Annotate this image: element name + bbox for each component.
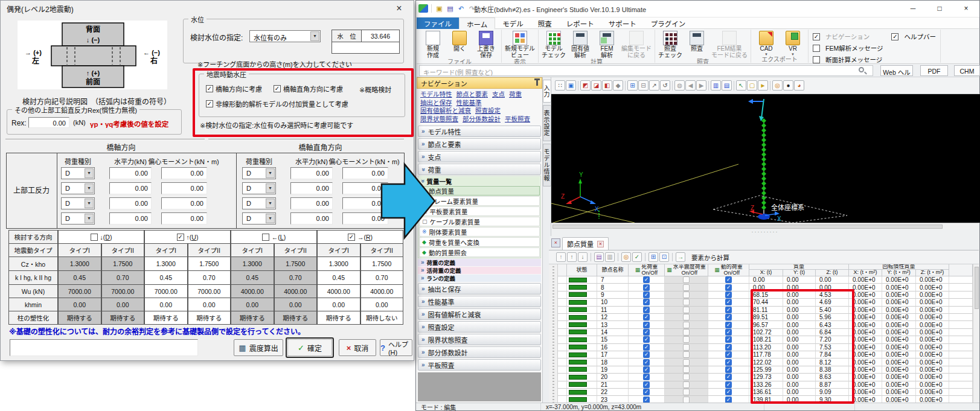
checkbox-icon[interactable] xyxy=(91,234,98,241)
view-cube-top-icon[interactable]: ◪ xyxy=(591,80,601,91)
hydro-mass-checkbox[interactable]: 非線形動的解析モデルの付加質量として考慮 xyxy=(206,99,348,109)
rotation-inertia-value[interactable]: 0.00E+0 xyxy=(882,396,916,403)
rotation-inertia-value[interactable]: 0.00E+0 xyxy=(916,329,949,336)
nav-link-固有値解析と減衰[interactable]: 固有値解析と減衰 xyxy=(420,107,471,115)
rotation-inertia-value[interactable]: 0.00E+0 xyxy=(882,276,916,284)
node-number[interactable]: 22 xyxy=(597,389,629,396)
grid-cell-dead[interactable]: ✓ xyxy=(629,381,665,389)
node-number[interactable]: 8 xyxy=(597,284,629,291)
checkbox-checked-icon[interactable]: ✓ xyxy=(725,322,732,328)
mass-y-value[interactable]: 0.00 xyxy=(783,358,816,366)
mass-z-value[interactable]: 0.00 xyxy=(816,276,849,284)
nav-link-モデル特性[interactable]: モデル特性 xyxy=(420,91,452,99)
rotation-inertia-value[interactable]: 0.00E+0 xyxy=(916,321,949,328)
node-number[interactable]: 10 xyxy=(597,299,629,306)
grid-header-handle[interactable] xyxy=(558,264,567,276)
grid-cell-dead[interactable]: ✓ xyxy=(629,396,665,403)
grid-cell-dead[interactable]: ✓ xyxy=(629,389,665,396)
grid-cell-state[interactable] xyxy=(567,381,597,389)
grid-cell-state[interactable] xyxy=(567,374,597,381)
nav-section-固有値解析と減衰[interactable]: »固有値解析と減衰 xyxy=(418,308,541,320)
rotation-inertia-value[interactable]: 0.00E+0 xyxy=(849,366,882,374)
rotation-inertia-value[interactable]: 0.00E+0 xyxy=(916,396,949,403)
checkbox-icon[interactable] xyxy=(891,33,898,40)
chevron-down-icon[interactable]: ▼ xyxy=(85,199,94,208)
grid-cell-horiz[interactable] xyxy=(665,389,708,396)
range-select-icon[interactable]: ▢ xyxy=(747,80,757,91)
rotation-inertia-value[interactable]: 0.00E+0 xyxy=(882,344,916,351)
checkbox-checked-icon[interactable]: ✓ xyxy=(643,381,650,388)
rotation-inertia-value[interactable]: 0.00E+0 xyxy=(916,336,949,343)
ribbon-tab-1[interactable]: ホーム xyxy=(459,18,495,29)
grid-header-state[interactable]: 状態 xyxy=(567,264,597,276)
seismic-value-cell[interactable]: 0.00 xyxy=(360,298,404,311)
eccentric-moment-input[interactable]: 0.00 xyxy=(161,167,207,179)
grid-cell-handle[interactable] xyxy=(558,374,567,381)
checkbox-unchecked-icon[interactable] xyxy=(683,292,690,298)
grid-cell-horiz[interactable] xyxy=(665,321,708,328)
ribbon-button[interactable]: FEM 解析 xyxy=(594,30,620,59)
mass-y-value[interactable]: 0.00 xyxy=(783,284,816,291)
rotation-inertia-value[interactable]: 0.00E+0 xyxy=(882,374,916,381)
seismic-value-cell[interactable]: 期待する xyxy=(144,311,188,325)
pick-element-icon[interactable]: ↖ xyxy=(736,80,746,91)
grid-cell-dead[interactable]: ✓ xyxy=(629,314,665,321)
rotation-inertia-value[interactable]: 0.00E+0 xyxy=(849,389,882,396)
seismic-value-cell[interactable]: 0.70 xyxy=(274,270,318,285)
grid-cell-fill[interactable] xyxy=(949,336,973,343)
grid-cell-handle[interactable] xyxy=(558,366,567,374)
rotation-inertia-value[interactable]: 0.00E+0 xyxy=(882,329,916,336)
checkbox-checked-icon[interactable]: ✓ xyxy=(725,329,732,336)
water-level-value[interactable]: 33.646 xyxy=(361,30,400,42)
seismic-value-cell[interactable]: 4000.00 xyxy=(231,284,274,298)
grid-cell-horiz[interactable] xyxy=(665,284,708,291)
grid-cell-dyn[interactable]: ✓ xyxy=(708,344,749,351)
grid-header-horiz[interactable]: ▦水平震度荷重 On/Off xyxy=(665,264,708,276)
grid-cell-state[interactable] xyxy=(567,314,597,321)
seismic-value-cell[interactable]: 1.3000 xyxy=(58,256,101,271)
grid-cell-dead[interactable]: ✓ xyxy=(629,336,665,343)
seismic-value-cell[interactable]: 7000.00 xyxy=(58,284,101,298)
panel-close-icon[interactable]: × xyxy=(551,238,560,247)
mass-x-value[interactable]: 117.78 xyxy=(749,351,783,358)
rotation-inertia-value[interactable]: 0.00E+0 xyxy=(916,344,949,351)
ribbon-button[interactable]: 照査 チェック xyxy=(657,30,684,59)
snapshot-icon[interactable]: ● xyxy=(783,80,793,91)
ribbon-button[interactable]: 編集モード に戻る xyxy=(620,30,653,59)
mass-x-value[interactable]: 125.99 xyxy=(749,366,783,374)
nav-section-性能基準[interactable]: »性能基準 xyxy=(418,296,541,307)
checkbox-unchecked-icon[interactable] xyxy=(683,284,690,291)
rotation-inertia-value[interactable]: 0.00E+0 xyxy=(849,344,882,351)
seismic-value-cell[interactable]: 1.7500 xyxy=(274,256,318,271)
select-points-icon[interactable]: ∷ xyxy=(555,80,565,91)
seismic-value-cell[interactable]: 7000.00 xyxy=(144,284,188,298)
view-cube-front-icon[interactable]: ◩ xyxy=(580,80,591,91)
search-view-icon[interactable]: ◎ xyxy=(772,80,783,91)
rotation-inertia-value[interactable]: 0.00E+0 xyxy=(916,374,949,381)
mass-z-value[interactable]: 7.53 xyxy=(816,344,849,351)
grid-cell-fill[interactable] xyxy=(949,396,973,403)
zoom-out-icon[interactable]: ⊟ xyxy=(638,80,649,91)
node-number[interactable]: 17 xyxy=(597,351,629,358)
checkbox-icon[interactable] xyxy=(274,85,281,92)
grid-cell-dyn[interactable]: ✓ xyxy=(708,321,749,328)
mass-y-value[interactable]: 0.00 xyxy=(783,336,816,343)
new-window-icon[interactable]: ▣ xyxy=(435,4,444,13)
grid-cell-fill[interactable] xyxy=(949,374,973,381)
nav-link-部分係数設計[interactable]: 部分係数設計 xyxy=(463,115,501,124)
grid-cell-fill[interactable] xyxy=(949,292,973,299)
grid-cell-dead[interactable]: ✓ xyxy=(629,321,665,328)
grid-cell-dead[interactable]: ✓ xyxy=(629,299,665,306)
grid-cell-state[interactable] xyxy=(567,366,597,374)
grid-cell-dead[interactable]: ✓ xyxy=(629,344,665,351)
grid-cell-dyn[interactable]: ✓ xyxy=(708,292,749,299)
rotation-inertia-value[interactable]: 0.00E+0 xyxy=(849,336,882,343)
rotation-inertia-value[interactable]: 0.00E+0 xyxy=(916,366,949,374)
grid-cell-horiz[interactable] xyxy=(665,336,708,343)
mass-y-value[interactable]: 0.00 xyxy=(783,299,816,306)
seismic-value-cell[interactable]: 期待する xyxy=(101,311,145,325)
eccentric-moment-input[interactable]: 0.00 xyxy=(161,212,207,225)
calc-link-icon[interactable]: → xyxy=(676,252,685,262)
mass-z-value[interactable]: 9.30 xyxy=(816,396,849,403)
mass-z-value[interactable]: 8.87 xyxy=(816,381,849,389)
